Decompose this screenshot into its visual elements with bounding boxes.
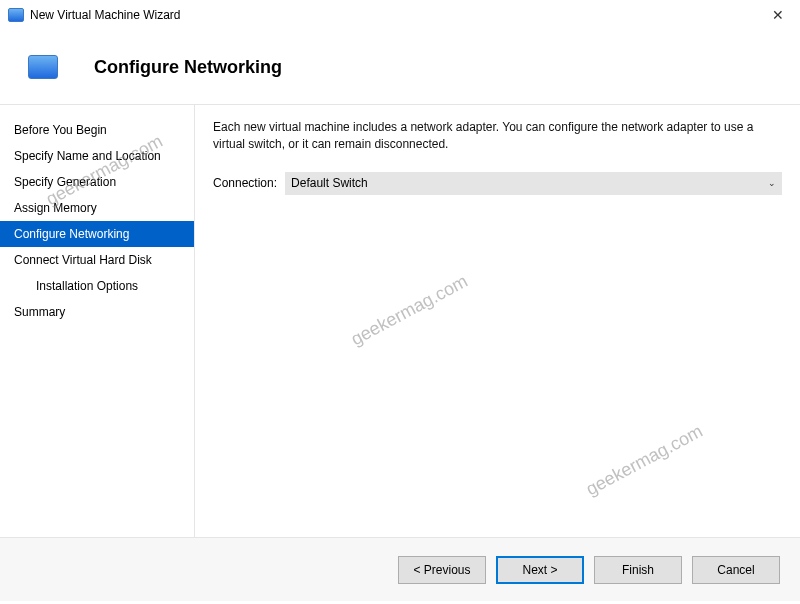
- previous-button[interactable]: < Previous: [398, 556, 486, 584]
- wizard-header: Configure Networking: [0, 30, 800, 105]
- connection-dropdown[interactable]: Default Switch ⌄: [285, 172, 782, 195]
- connection-label: Connection:: [213, 176, 277, 190]
- cancel-button[interactable]: Cancel: [692, 556, 780, 584]
- window-title: New Virtual Machine Wizard: [30, 8, 755, 22]
- sidebar-item-7[interactable]: Summary: [0, 299, 194, 325]
- button-bar: < Previous Next > Finish Cancel: [0, 537, 800, 601]
- app-icon: [8, 8, 24, 22]
- page-title: Configure Networking: [94, 57, 282, 78]
- wizard-icon: [28, 55, 58, 79]
- sidebar-item-2[interactable]: Specify Generation: [0, 169, 194, 195]
- wizard-sidebar: Before You BeginSpecify Name and Locatio…: [0, 105, 195, 537]
- sidebar-item-4[interactable]: Configure Networking: [0, 221, 194, 247]
- wizard-body: Before You BeginSpecify Name and Locatio…: [0, 105, 800, 537]
- connection-row: Connection: Default Switch ⌄: [213, 172, 782, 195]
- finish-button[interactable]: Finish: [594, 556, 682, 584]
- sidebar-item-3[interactable]: Assign Memory: [0, 195, 194, 221]
- sidebar-item-0[interactable]: Before You Begin: [0, 117, 194, 143]
- sidebar-item-1[interactable]: Specify Name and Location: [0, 143, 194, 169]
- sidebar-item-5[interactable]: Connect Virtual Hard Disk: [0, 247, 194, 273]
- sidebar-item-6[interactable]: Installation Options: [0, 273, 194, 299]
- wizard-content: Each new virtual machine includes a netw…: [195, 105, 800, 537]
- close-icon: ✕: [772, 7, 784, 23]
- title-bar: New Virtual Machine Wizard ✕: [0, 0, 800, 30]
- instruction-text: Each new virtual machine includes a netw…: [213, 119, 782, 154]
- next-button[interactable]: Next >: [496, 556, 584, 584]
- close-button[interactable]: ✕: [755, 1, 800, 29]
- connection-selected-value: Default Switch: [291, 176, 368, 190]
- chevron-down-icon: ⌄: [768, 178, 776, 188]
